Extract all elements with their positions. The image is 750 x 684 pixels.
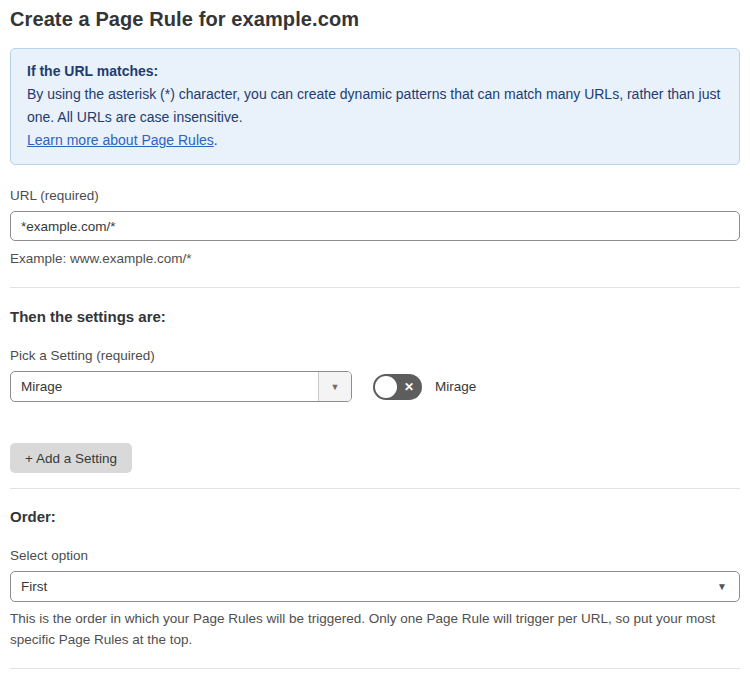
info-box-link-line: Learn more about Page Rules. (27, 129, 723, 152)
page-rule-form: Create a Page Rule for example.com If th… (0, 0, 750, 684)
divider (10, 668, 740, 669)
pick-setting-label: Pick a Setting (required) (10, 348, 740, 363)
chevron-down-icon: ▼ (331, 382, 340, 392)
learn-more-link[interactable]: Learn more about Page Rules (27, 132, 214, 148)
order-select-value: First (21, 579, 47, 594)
info-box-body: By using the asterisk (*) character, you… (27, 83, 723, 129)
toggle-knob (375, 376, 397, 398)
setting-select-arrow-button[interactable]: ▼ (318, 372, 351, 401)
divider (10, 287, 740, 288)
order-select[interactable]: First ▼ (10, 571, 740, 602)
order-select-label: Select option (10, 548, 740, 563)
toggle-off-x-icon: ✕ (404, 374, 414, 400)
setting-row: Mirage ▼ ✕ Mirage (10, 371, 740, 402)
info-box-heading: If the URL matches: (27, 60, 723, 83)
page-title: Create a Page Rule for example.com (10, 8, 740, 31)
order-section-heading: Order: (10, 508, 740, 525)
link-suffix: . (214, 132, 218, 148)
url-input[interactable] (10, 211, 740, 241)
add-setting-button[interactable]: + Add a Setting (10, 443, 132, 473)
divider (10, 488, 740, 489)
order-helper-text: This is the order in which your Page Rul… (10, 608, 716, 650)
settings-section-heading: Then the settings are: (10, 308, 740, 325)
mirage-toggle[interactable]: ✕ (373, 374, 422, 400)
url-match-info-box: If the URL matches: By using the asteris… (10, 48, 740, 165)
setting-select-value: Mirage (11, 372, 318, 401)
url-example-helper: Example: www.example.com/* (10, 248, 740, 269)
chevron-down-icon: ▼ (717, 581, 727, 592)
url-field-label: URL (required) (10, 188, 740, 203)
toggle-label: Mirage (435, 379, 476, 394)
setting-select[interactable]: Mirage ▼ (10, 371, 352, 402)
